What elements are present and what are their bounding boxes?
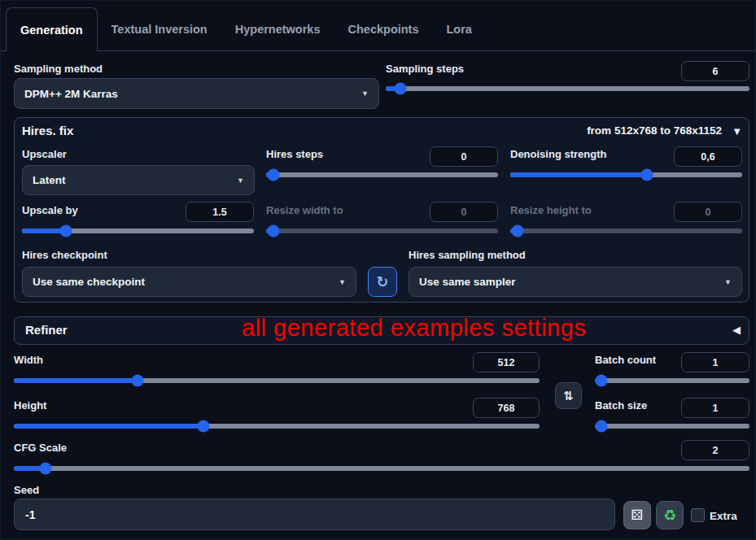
slider-handle[interactable] [394,83,406,95]
slider-handle[interactable] [197,420,209,433]
tab-lora[interactable]: Lora [433,7,486,50]
hires-sampling-method-label: Hires sampling method [409,249,526,261]
batch-size-number[interactable]: 1 [681,398,749,418]
sampling-steps-label: Sampling steps [386,63,464,75]
chevron-down-icon: ▼ [361,89,369,98]
refiner-collapse-icon[interactable]: ◀ [732,324,741,336]
tab-bar: Generation Textual Inversion Hypernetwor… [1,1,755,51]
hires-collapse-icon[interactable]: ▼ [732,125,742,137]
hires-checkpoint-label: Hires checkpoint [22,249,107,261]
width-slider[interactable] [14,378,540,383]
tab-generation[interactable]: Generation [6,7,98,51]
cfg-scale-slider[interactable] [14,466,749,471]
cfg-scale-number[interactable]: 2 [681,440,749,460]
slider-fill [14,378,138,383]
hires-steps-label: Hires steps [266,148,323,160]
hires-sampling-method-value: Use same sampler [419,276,516,288]
hires-resolution-text: from 512x768 to 768x1152 [587,124,722,137]
slider-handle[interactable] [267,169,279,181]
hires-checkpoint-value: Use same checkpoint [33,276,145,288]
sampling-method-label: Sampling method [14,63,103,75]
slider-handle[interactable] [595,375,607,387]
extra-seed-checkbox[interactable] [691,508,705,522]
slider-handle[interactable] [131,375,143,387]
reuse-seed-button[interactable]: ♻ [656,501,684,529]
hires-steps-number[interactable]: 0 [430,146,498,167]
slider-handle[interactable] [60,225,72,237]
sampling-steps-slider[interactable] [386,86,749,91]
hires-checkpoint-dropdown[interactable]: Use same checkpoint ▼ [22,267,356,297]
upscaler-value: Latent [33,174,66,186]
batch-size-label: Batch size [595,399,647,412]
batch-count-slider[interactable] [595,378,749,383]
denoising-strength-slider[interactable] [510,172,742,177]
resize-width-slider[interactable] [266,229,498,233]
dice-icon: ⚄ [631,507,644,524]
tab-hypernetworks[interactable]: Hypernetworks [221,7,334,50]
slider-handle[interactable] [511,225,523,237]
refiner-title[interactable]: Refiner [25,323,68,337]
batch-size-slider[interactable] [595,424,749,429]
resize-height-slider[interactable] [510,229,742,233]
upscale-by-slider[interactable] [22,229,254,233]
denoising-strength-label: Denoising strength [510,148,606,160]
batch-count-number[interactable]: 1 [681,352,749,372]
width-label: Width [14,354,43,366]
seed-label: Seed [14,484,39,496]
slider-fill [14,424,203,429]
refresh-checkpoints-button[interactable]: ↻ [368,267,397,297]
chevron-down-icon: ▼ [237,176,244,185]
sampling-method-value: DPM++ 2M Karras [24,88,118,100]
slider-handle[interactable] [641,169,653,181]
resize-height-number[interactable]: 0 [674,202,742,222]
swap-width-height-button[interactable]: ⇅ [555,382,582,409]
hires-fix-title[interactable]: Hires. fix [22,124,73,137]
stable-diffusion-webui-panel: Generation Textual Inversion Hypernetwor… [0,0,756,540]
height-slider[interactable] [14,424,540,429]
slider-fill [510,172,647,177]
swap-icon: ⇅ [563,389,574,403]
seed-input[interactable] [14,499,615,530]
recycle-icon: ♻ [663,507,676,525]
slider-handle[interactable] [267,225,279,237]
upscaler-label: Upscaler [22,148,67,160]
sampling-steps-number[interactable]: 6 [681,61,749,81]
sampling-method-dropdown[interactable]: DPM++ 2M Karras ▼ [14,78,379,109]
denoising-strength-number[interactable]: 0,6 [674,146,742,167]
chevron-down-icon: ▼ [724,278,732,286]
resize-width-label: Resize width to [266,204,343,216]
hires-sampling-method-dropdown[interactable]: Use same sampler ▼ [409,267,742,297]
batch-count-label: Batch count [595,354,656,366]
chevron-down-icon: ▼ [339,278,346,286]
height-label: Height [14,399,46,412]
slider-handle[interactable] [595,420,607,433]
hires-steps-slider[interactable] [266,172,498,177]
tab-textual-inversion[interactable]: Textual Inversion [98,7,221,50]
extra-seed-label[interactable]: Extra [710,510,737,522]
width-number[interactable]: 512 [473,352,540,372]
upscale-by-label: Upscale by [22,204,78,216]
height-number[interactable]: 768 [473,398,540,418]
resize-height-label: Resize height to [510,204,592,216]
upscale-by-number[interactable]: 1.5 [186,202,254,222]
tab-checkpoints[interactable]: Checkpoints [334,7,433,50]
random-seed-button[interactable]: ⚄ [623,501,651,529]
resize-width-number[interactable]: 0 [430,202,498,222]
upscaler-dropdown[interactable]: Latent ▼ [22,165,255,195]
cfg-scale-label: CFG Scale [14,442,67,454]
annotation-red-text: all generated examples settings [242,315,586,342]
refresh-icon: ↻ [376,273,388,291]
slider-handle[interactable] [39,463,51,475]
